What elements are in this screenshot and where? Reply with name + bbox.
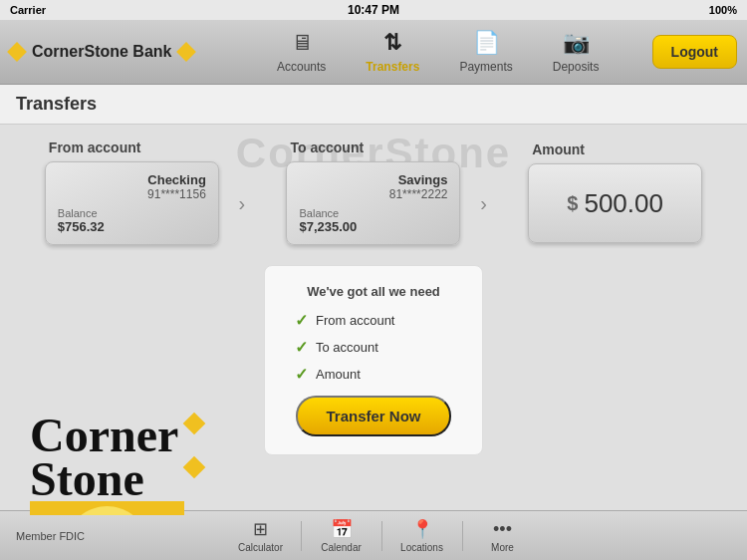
to-account-type: Savings [299,172,447,187]
to-account-top: Savings 81****2222 [299,172,447,201]
accounts-icon: 🖥 [291,30,313,56]
footer: Member FDIC ⊞ Calculator 📅 Calendar 📍 Lo… [0,510,747,560]
c-letter: C [79,509,136,515]
locations-icon: 📍 [411,518,433,540]
transfers-icon: ⇅ [383,30,401,56]
calculator-icon: ⊞ [253,518,268,540]
more-icon: ••• [493,519,512,540]
battery-label: 100% [709,4,737,16]
carrier-label: Carrier [10,4,46,16]
from-balance-label: Balance [58,207,206,219]
amount-group: Amount $ 500.00 [528,141,702,243]
amount-card[interactable]: $ 500.00 [528,163,702,243]
fields-row: From account Checking 91****1156 Balance… [30,140,717,245]
footer-tab-more[interactable]: ••• More [463,518,543,553]
from-balance-value: $756.32 [58,219,206,234]
to-account-group: To account Savings 81****2222 Balance $7… [286,140,498,245]
tab-accounts-label: Accounts [277,60,326,74]
yellow-circle: C [65,506,149,515]
tab-transfers[interactable]: ⇅ Transfers [346,20,439,84]
tab-deposits[interactable]: 📷 Deposits [533,20,620,84]
check-amount-icon: ✓ [295,365,308,384]
transfer-section: From account Checking 91****1156 Balance… [30,125,717,455]
check-item-amount: ✓ Amount [295,365,452,384]
status-bar: Carrier 10:47 PM 100% [0,0,747,20]
dollar-sign: $ [567,192,578,215]
footer-tab-calendar[interactable]: 📅 Calendar [302,518,381,553]
logo-diamond-left-icon [7,42,27,62]
corner-text: Corner [30,414,178,457]
from-account-top: Checking 91****1156 [58,172,206,201]
to-account-label: To account [286,140,364,155]
main-content: CornerStone From account Checking 91****… [0,125,747,515]
tab-payments-label: Payments [459,60,512,74]
payments-icon: 📄 [473,30,500,56]
check-item-to: ✓ To account [295,338,452,357]
to-account-card[interactable]: Savings 81****2222 Balance $7,235.00 [286,161,460,245]
stone-text: Stone [30,457,178,501]
from-account-number: 91****1156 [58,187,206,201]
from-account-chevron[interactable]: › [227,188,257,218]
from-account-group: From account Checking 91****1156 Balance… [45,140,257,245]
confirmation-panel: We've got all we need ✓ From account ✓ T… [264,265,483,455]
amount-label: Amount [528,141,585,157]
time-label: 10:47 PM [348,3,399,17]
check-amount-label: Amount [316,367,361,382]
check-from-label: From account [316,313,394,328]
tab-payments[interactable]: 📄 Payments [439,20,532,84]
calendar-icon: 📅 [331,518,353,540]
page-title-bar: Transfers [0,85,747,125]
from-account-type: Checking [58,172,206,187]
to-balance-label: Balance [299,207,447,219]
logout-button[interactable]: Logout [652,35,737,69]
check-to-icon: ✓ [295,338,308,357]
amount-value: 500.00 [584,188,663,219]
to-account-chevron[interactable]: › [468,188,498,218]
logo-area: CornerStone Bank [10,43,224,61]
logo-diamond-right-icon [177,42,197,62]
tab-deposits-label: Deposits [553,60,600,74]
nav-tabs: 🖥 Accounts ⇅ Transfers 📄 Payments 📷 Depo… [224,20,652,84]
calendar-label: Calendar [321,542,362,553]
transfer-now-button[interactable]: Transfer Now [296,396,450,436]
yellow-box: C [30,501,184,515]
footer-tab-locations[interactable]: 📍 Locations [382,518,462,553]
check-to-label: To account [316,340,378,355]
tab-transfers-label: Transfers [366,60,419,74]
more-label: More [491,542,514,553]
to-balance-value: $7,235.00 [299,219,447,234]
logo-text: CornerStone Bank [32,43,171,61]
footer-tabs: ⊞ Calculator 📅 Calendar 📍 Locations ••• … [162,518,601,553]
footer-tab-calculator[interactable]: ⊞ Calculator [221,518,301,553]
tab-accounts[interactable]: 🖥 Accounts [257,20,346,84]
footer-member-fdic: Member FDIC [0,530,162,542]
from-account-card[interactable]: Checking 91****1156 Balance $756.32 [45,161,219,245]
logo-bottom-diamond-icon [183,456,206,479]
calculator-label: Calculator [238,542,283,553]
from-account-label: From account [45,140,141,155]
check-from-icon: ✓ [295,311,308,330]
confirmation-title: We've got all we need [295,284,452,299]
to-account-number: 81****2222 [299,187,447,201]
logo-top-diamond-icon [183,413,206,435]
page-title: Transfers [16,94,97,115]
bank-logo: Corner Stone C BANK [30,414,229,515]
nav-bar: CornerStone Bank 🖥 Accounts ⇅ Transfers … [0,20,747,85]
deposits-icon: 📷 [563,30,590,56]
check-item-from: ✓ From account [295,311,452,330]
locations-label: Locations [400,542,443,553]
